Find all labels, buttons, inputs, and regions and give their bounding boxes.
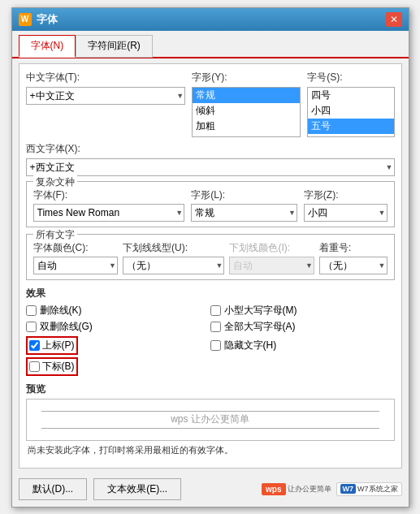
note-text: 尚未安装此字体，打印时将采用最相近的有效字体。	[26, 444, 395, 456]
font-row1: 中文字体(T): +中文正文 ▼ 字形(Y): 常规 倾斜 加粗	[26, 71, 395, 137]
w7-site-label: W7系统之家	[357, 484, 398, 495]
close-button[interactable]: ✕	[386, 12, 402, 27]
fuze-font-col: 字体(F): Times New Roman ▼	[33, 188, 185, 222]
title-bar-left: W 字体	[19, 12, 58, 27]
small-caps-label: 小型大写字母(M)	[224, 304, 297, 317]
preview-content: wps 让办公更简单	[171, 412, 249, 426]
effects-grid: 删除线(K) 小型大写字母(M) 双删除线(G) 全	[26, 304, 395, 376]
tab-spacing[interactable]: 字符间距(R)	[76, 35, 153, 58]
emphasis-col: 着重号: （无） ▼	[319, 241, 388, 274]
western-font-row: 西文字体(X): +西文正文 ▼	[26, 142, 395, 176]
w7-badge: W7 W7系统之家	[336, 482, 402, 496]
bottom-buttons-left: 默认(D)... 文本效果(E)...	[19, 478, 182, 500]
underline-color-select-wrapper: 自动 ▼	[229, 257, 314, 274]
font-style-listbox[interactable]: 常规 倾斜 加粗	[192, 87, 301, 137]
wps-badge: wps	[262, 483, 285, 495]
size-option-small4[interactable]: 小四	[308, 103, 393, 119]
chinese-font-label: 中文字体(T):	[26, 71, 186, 84]
underline-type-select[interactable]: （无）	[123, 257, 224, 274]
preview-section: 预览 wps 让办公更简单	[26, 382, 395, 441]
double-strikethrough-label: 双删除线(G)	[40, 320, 93, 334]
size-option-4[interactable]: 四号	[308, 88, 393, 103]
fuze-font-select-wrapper: Times New Roman ▼	[33, 204, 185, 222]
underline-type-select-wrapper: （无） ▼	[123, 257, 224, 274]
double-strikethrough-item: 双删除线(G)	[26, 320, 210, 334]
tab-bar: 字体(N) 字符间距(R)	[12, 31, 409, 58]
underline-type-col: 下划线线型(U): （无） ▼	[123, 241, 224, 274]
underline-type-label: 下划线线型(U):	[123, 241, 224, 255]
style-option-italic[interactable]: 倾斜	[193, 103, 300, 119]
emphasis-select[interactable]: （无）	[319, 257, 388, 274]
font-color-label: 字体颜色(C):	[33, 241, 119, 255]
small-caps-item: 小型大写字母(M)	[210, 304, 395, 317]
all-text-row: 字体颜色(C): 自动 ▼ 下划线线型(U): （无）	[33, 241, 388, 274]
fuze-group-title: 复杂文种	[33, 175, 77, 189]
effects-title: 效果	[26, 287, 395, 300]
double-strikethrough-checkbox[interactable]	[26, 322, 37, 332]
font-color-col: 字体颜色(C): 自动 ▼	[33, 241, 119, 274]
superscript-checkbox[interactable]	[29, 340, 40, 351]
effects-placeholder	[210, 357, 395, 376]
font-color-select-wrapper: 自动 ▼	[33, 257, 119, 274]
fuze-size-select[interactable]: 小四	[304, 204, 388, 222]
fuze-size-label: 字形(Z):	[304, 188, 388, 202]
western-font-label: 西文字体(X):	[26, 142, 395, 156]
wps-logo: wps 让办公更简单	[262, 483, 331, 495]
hidden-text-item: 隐藏文字(H)	[210, 336, 395, 355]
style-option-regular[interactable]: 常规	[193, 88, 300, 103]
preview-box: wps 让办公更简单	[26, 399, 395, 441]
underline-color-col: 下划线颜色(I): 自动 ▼	[229, 241, 314, 274]
fuze-style-select[interactable]: 常规	[191, 204, 297, 222]
fuze-style-col: 字形(L): 常规 ▼	[191, 188, 297, 222]
font-style-label: 字形(Y):	[192, 71, 301, 84]
font-color-select[interactable]: 自动	[33, 257, 119, 274]
app-icon: W	[19, 13, 32, 26]
style-option-bold[interactable]: 加粗	[193, 119, 300, 134]
dialog-title: 字体	[37, 12, 58, 27]
font-dialog: W 字体 ✕ 字体(N) 字符间距(R) 中文字体(T): +中文正文	[11, 7, 409, 508]
subscript-checkbox[interactable]	[29, 361, 40, 372]
emphasis-select-wrapper: （无） ▼	[319, 257, 388, 274]
western-font-select-wrapper: +西文正文 ▼	[26, 158, 395, 176]
font-size-listbox[interactable]: 四号 小四 五号	[307, 87, 394, 137]
preview-bottom-line	[41, 428, 379, 429]
western-font-select[interactable]: +西文正文	[26, 158, 395, 176]
hidden-text-checkbox[interactable]	[210, 340, 221, 351]
all-caps-checkbox[interactable]	[210, 322, 221, 332]
superscript-label: 上标(P)	[42, 339, 75, 352]
font-size-label: 字号(S):	[307, 71, 394, 84]
w7-label: W7	[340, 484, 357, 494]
default-button[interactable]: 默认(D)...	[19, 478, 88, 500]
subscript-item: 下标(B)	[26, 357, 210, 376]
fuze-style-select-wrapper: 常规 ▼	[191, 204, 297, 222]
chinese-font-select-wrapper: +中文正文 ▼	[26, 87, 186, 105]
fuze-size-col: 字形(Z): 小四 ▼	[304, 188, 388, 222]
fuze-font-select[interactable]: Times New Roman	[33, 204, 185, 222]
inner-panel: 中文字体(T): +中文正文 ▼ 字形(Y): 常规 倾斜 加粗	[19, 63, 402, 469]
content-area: 中文字体(T): +中文正文 ▼ 字形(Y): 常规 倾斜 加粗	[12, 58, 409, 473]
fuze-font-label: 字体(F):	[33, 188, 185, 202]
fuze-group: 复杂文种 字体(F): Times New Roman ▼ 字形(L):	[26, 181, 395, 227]
size-option-5[interactable]: 五号	[308, 119, 393, 134]
underline-color-select[interactable]: 自动	[229, 257, 314, 274]
preview-title: 预览	[26, 382, 395, 396]
subscript-highlight: 下标(B)	[26, 357, 78, 376]
underline-color-label: 下划线颜色(I):	[229, 241, 314, 255]
all-caps-label: 全部大写字母(A)	[224, 320, 296, 334]
strikethrough-item: 删除线(K)	[26, 304, 210, 317]
wps-slogan: 让办公更简单	[288, 484, 331, 495]
watermark-area: wps 让办公更简单 W7 W7系统之家	[262, 482, 401, 496]
all-caps-item: 全部大写字母(A)	[210, 320, 395, 334]
bottom-bar: 默认(D)... 文本效果(E)... wps 让办公更简单 W7 W7系统之家	[12, 473, 409, 507]
tab-font[interactable]: 字体(N)	[19, 35, 76, 58]
font-style-col: 字形(Y): 常规 倾斜 加粗	[192, 71, 301, 137]
font-size-col: 字号(S): 四号 小四 五号	[307, 71, 394, 137]
superscript-item: 上标(P)	[26, 336, 210, 355]
text-effect-button[interactable]: 文本效果(E)...	[93, 478, 181, 500]
strikethrough-checkbox[interactable]	[26, 305, 37, 316]
title-bar: W 字体 ✕	[12, 8, 409, 31]
fuze-style-label: 字形(L):	[191, 188, 297, 202]
chinese-font-select[interactable]: +中文正文	[26, 87, 186, 105]
small-caps-checkbox[interactable]	[210, 305, 221, 316]
subscript-label: 下标(B)	[42, 360, 75, 374]
